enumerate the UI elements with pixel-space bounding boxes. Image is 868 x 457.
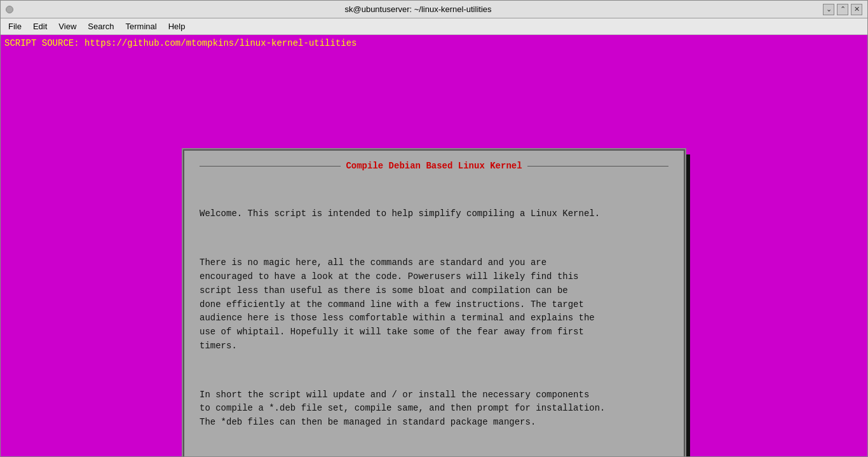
- dialog-paragraph-3: In short the script will update and / or…: [200, 388, 668, 430]
- title-bar-left: [6, 6, 13, 13]
- menu-view[interactable]: View: [53, 20, 81, 32]
- script-source-line: SCRIPT SOURCE: https://github.com/mtompk…: [4, 38, 864, 50]
- dialog-box: Compile Debian Based Linux Kernel Welcom…: [183, 149, 685, 456]
- close-button[interactable]: ✕: [851, 4, 862, 15]
- menu-file[interactable]: File: [3, 20, 27, 32]
- menu-terminal[interactable]: Terminal: [121, 20, 162, 32]
- terminal-window: sk@ubuntuserver: ~/linux-kernel-utilitie…: [0, 0, 868, 457]
- title-bar-controls: ⌄ ⌃ ✕: [823, 4, 862, 15]
- title-bar: sk@ubuntuserver: ~/linux-kernel-utilitie…: [1, 1, 867, 18]
- minimize-button[interactable]: ⌄: [823, 4, 834, 15]
- terminal-body: SCRIPT SOURCE: https://github.com/mtompk…: [1, 35, 867, 456]
- menu-edit[interactable]: Edit: [28, 20, 52, 32]
- whiptail-dialog: Compile Debian Based Linux Kernel Welcom…: [183, 149, 685, 456]
- menu-search[interactable]: Search: [83, 20, 119, 32]
- window-dot: [6, 6, 13, 13]
- menu-help[interactable]: Help: [163, 20, 191, 32]
- dialog-paragraph-1: Welcome. This script is intended to help…: [200, 207, 668, 221]
- dialog-content: Welcome. This script is intended to help…: [200, 180, 668, 456]
- dialog-title: Compile Debian Based Linux Kernel: [341, 161, 527, 171]
- dialog-paragraph-2: There is no magic here, all the commands…: [200, 256, 668, 353]
- window-title: sk@ubuntuserver: ~/linux-kernel-utilitie…: [13, 4, 823, 14]
- maximize-button[interactable]: ⌃: [837, 4, 848, 15]
- dialog-title-line-right: [527, 166, 668, 167]
- dialog-title-line-left: [200, 166, 341, 167]
- menu-bar: File Edit View Search Terminal Help: [1, 18, 867, 35]
- dialog-title-bar: Compile Debian Based Linux Kernel: [200, 161, 668, 171]
